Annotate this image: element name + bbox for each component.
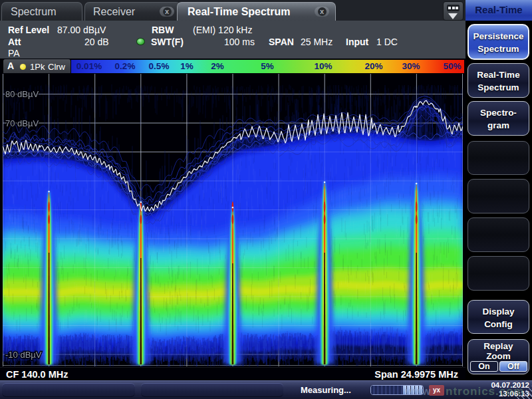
svg-text:80 dBµV: 80 dBµV <box>5 89 39 99</box>
svg-text:-10 dBµV: -10 dBµV <box>5 350 42 360</box>
svg-text:70 dBµV: 70 dBµV <box>5 118 39 128</box>
